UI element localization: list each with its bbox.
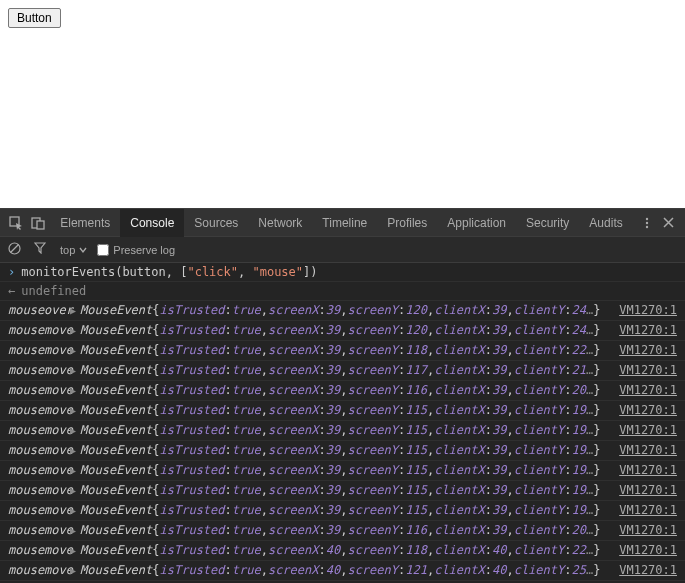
clear-console-icon[interactable] xyxy=(8,242,24,258)
prompt-icon: › xyxy=(8,265,15,279)
console-log-row[interactable]: mousemove▶MouseEvent {isTrusted: true, s… xyxy=(0,421,685,441)
console-log-row[interactable]: mousemove▶MouseEvent {isTrusted: true, s… xyxy=(0,381,685,401)
source-link[interactable]: VM1270:1 xyxy=(607,322,677,339)
tab-profiles[interactable]: Profiles xyxy=(377,209,437,237)
source-link[interactable]: VM1270:1 xyxy=(607,462,677,479)
console-command-line: › monitorEvents(button, ["click", "mouse… xyxy=(0,263,685,282)
source-link[interactable]: VM1270:1 xyxy=(607,342,677,359)
console-log-row[interactable]: mousemove▶MouseEvent {isTrusted: true, s… xyxy=(0,481,685,501)
svg-point-4 xyxy=(646,221,648,223)
console-return-line: ← undefined xyxy=(0,282,685,301)
source-link[interactable]: VM1270:1 xyxy=(607,382,677,399)
devtools-tabbar: ElementsConsoleSourcesNetworkTimelinePro… xyxy=(0,209,685,237)
console-log-row[interactable]: mouseover▶MouseEvent {isTrusted: true, s… xyxy=(0,301,685,321)
console-log-row[interactable]: mousemove▶MouseEvent {isTrusted: true, s… xyxy=(0,341,685,361)
tab-network[interactable]: Network xyxy=(248,209,312,237)
console-log-row[interactable]: mousemove▶MouseEvent {isTrusted: true, s… xyxy=(0,501,685,521)
console-log-row[interactable]: mousemove▶MouseEvent {isTrusted: true, s… xyxy=(0,521,685,541)
preserve-log-toggle[interactable]: Preserve log xyxy=(97,244,175,256)
source-link[interactable]: VM1270:1 xyxy=(607,562,677,579)
console-log-row[interactable]: mousemove▶MouseEvent {isTrusted: true, s… xyxy=(0,441,685,461)
console-log-row[interactable]: mousemove▶MouseEvent {isTrusted: true, s… xyxy=(0,321,685,341)
console-log-area[interactable]: mouseover▶MouseEvent {isTrusted: true, s… xyxy=(0,301,685,583)
return-value: undefined xyxy=(21,284,86,298)
chevron-down-icon xyxy=(79,246,87,254)
tab-timeline[interactable]: Timeline xyxy=(312,209,377,237)
inspect-element-icon[interactable] xyxy=(6,212,26,234)
demo-button[interactable]: Button xyxy=(8,8,61,28)
filter-icon[interactable] xyxy=(34,242,50,258)
source-link[interactable]: VM1270:1 xyxy=(607,302,677,319)
console-toolbar: top Preserve log xyxy=(0,237,685,263)
return-icon: ← xyxy=(8,284,15,298)
tab-elements[interactable]: Elements xyxy=(50,209,120,237)
context-selector[interactable]: top xyxy=(60,244,87,256)
console-log-row[interactable]: mousemove▶MouseEvent {isTrusted: true, s… xyxy=(0,561,685,581)
device-toolbar-icon[interactable] xyxy=(28,212,48,234)
source-link[interactable]: VM1270:1 xyxy=(607,542,677,559)
source-link[interactable]: VM1270:1 xyxy=(607,402,677,419)
svg-point-5 xyxy=(646,225,648,227)
tab-sources[interactable]: Sources xyxy=(184,209,248,237)
source-link[interactable]: VM1270:1 xyxy=(607,422,677,439)
tab-security[interactable]: Security xyxy=(516,209,579,237)
svg-point-3 xyxy=(646,217,648,219)
tab-application[interactable]: Application xyxy=(437,209,516,237)
console-log-row[interactable]: mousemove▶MouseEvent {isTrusted: true, s… xyxy=(0,401,685,421)
preserve-log-checkbox[interactable] xyxy=(97,244,109,256)
context-label: top xyxy=(60,244,75,256)
preserve-log-label: Preserve log xyxy=(113,244,175,256)
source-link[interactable]: VM1270:1 xyxy=(607,522,677,539)
source-link[interactable]: VM1270:1 xyxy=(607,362,677,379)
svg-line-7 xyxy=(11,244,19,252)
command-text: monitorEvents(button, ["click", "mouse"]… xyxy=(21,265,317,279)
devtools-panel: ElementsConsoleSourcesNetworkTimelinePro… xyxy=(0,208,685,583)
tab-console[interactable]: Console xyxy=(120,209,184,237)
console-log-row[interactable]: mousemove▶MouseEvent {isTrusted: true, s… xyxy=(0,361,685,381)
source-link[interactable]: VM1270:1 xyxy=(607,482,677,499)
console-log-row[interactable]: mousemove▶MouseEvent {isTrusted: true, s… xyxy=(0,541,685,561)
kebab-menu-icon[interactable] xyxy=(637,212,657,234)
console-log-row[interactable]: mousemove▶MouseEvent {isTrusted: true, s… xyxy=(0,461,685,481)
tab-audits[interactable]: Audits xyxy=(579,209,632,237)
svg-rect-2 xyxy=(37,221,44,229)
page-viewport: Button xyxy=(0,0,685,208)
source-link[interactable]: VM1270:1 xyxy=(607,502,677,519)
close-devtools-icon[interactable] xyxy=(659,212,679,234)
source-link[interactable]: VM1270:1 xyxy=(607,442,677,459)
